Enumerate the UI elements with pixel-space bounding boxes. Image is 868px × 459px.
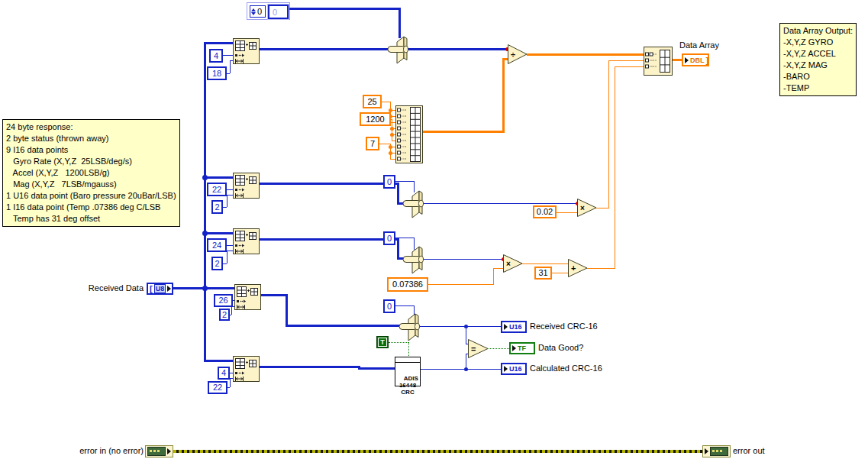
numeric-constant[interactable]: 0 [383, 299, 395, 313]
received-data-control[interactable]: [ U8 [147, 283, 173, 295]
array-subset-icon[interactable] [233, 173, 260, 199]
numeric-constant[interactable]: 0 [383, 231, 395, 245]
data-array-indicator[interactable]: DBL ] [682, 53, 709, 66]
numeric-constant[interactable]: 18 [207, 66, 227, 80]
wire-segment[interactable] [395, 181, 415, 182]
numeric-constant[interactable]: 0 [383, 175, 395, 189]
wire-segment[interactable] [227, 251, 233, 251]
numeric-constant[interactable]: 2 [219, 309, 230, 321]
numeric-constant[interactable]: 2 [211, 200, 223, 214]
wire-segment[interactable] [230, 378, 231, 387]
wire-segment[interactable] [260, 294, 288, 296]
data-good-indicator[interactable]: TF [509, 342, 535, 354]
wire-segment[interactable] [204, 287, 235, 289]
array-subset-icon[interactable] [233, 38, 260, 64]
wire-segment[interactable] [422, 259, 503, 260]
array-subset-icon[interactable] [233, 228, 260, 254]
numeric-constant[interactable]: 24 [207, 238, 227, 252]
numeric-constant[interactable]: 31 [534, 267, 552, 280]
wire-segment[interactable] [395, 238, 415, 238]
wire-segment[interactable] [608, 60, 644, 61]
build-array-icon[interactable] [395, 105, 423, 163]
type-cast-icon[interactable] [402, 244, 428, 275]
wire-segment[interactable] [522, 263, 568, 264]
wire-segment[interactable] [260, 48, 388, 50]
output-note-label[interactable]: Data Array Output: -X,Y,Z GYRO -X,Y,Z AC… [779, 23, 857, 96]
array-subset-icon[interactable] [233, 356, 260, 382]
wire-segment[interactable] [422, 203, 577, 204]
wire-segment[interactable] [358, 367, 396, 370]
wire-segment[interactable] [286, 325, 400, 327]
wire-segment[interactable] [556, 212, 577, 213]
wire-segment[interactable] [428, 284, 494, 285]
build-array-icon[interactable] [644, 47, 673, 76]
wire-segment[interactable] [204, 360, 234, 362]
received-crc-indicator[interactable]: U16 [501, 321, 527, 333]
wire-segment[interactable] [399, 8, 401, 38]
type-cast-icon[interactable] [387, 34, 413, 65]
wire-segment[interactable] [204, 176, 234, 179]
type-cast-icon[interactable] [399, 312, 424, 342]
wire-segment[interactable] [379, 144, 391, 144]
wire-segment[interactable] [227, 387, 230, 388]
wire-segment[interactable] [552, 273, 568, 273]
wire-segment[interactable] [227, 195, 233, 196]
true-constant[interactable]: T [376, 336, 389, 348]
wire-segment[interactable] [596, 208, 609, 208]
divide-icon[interactable]: ÷ [508, 44, 528, 64]
wire-segment[interactable] [289, 8, 401, 10]
array-index-spinner[interactable]: 0 [250, 5, 266, 18]
wire-segment[interactable] [226, 245, 233, 246]
wire-segment[interactable] [421, 369, 501, 370]
wire-segment[interactable] [489, 348, 509, 349]
multiply-icon[interactable]: × [503, 254, 523, 273]
crc-subvi[interactable]: ADIS 16448 CRC [395, 357, 421, 386]
wire-segment[interactable] [397, 183, 399, 205]
wire-segment[interactable] [395, 305, 415, 306]
wire-segment[interactable] [493, 268, 494, 285]
type-cast-icon[interactable] [402, 189, 428, 219]
wire-segment[interactable] [260, 238, 399, 241]
wire-segment[interactable] [204, 42, 206, 361]
wire-segment[interactable] [527, 53, 644, 56]
wire-segment[interactable] [204, 42, 234, 44]
numeric-constant[interactable]: 1200 [360, 112, 391, 126]
response-note-label[interactable]: 24 byte response: 2 byte status (thrown … [2, 119, 180, 227]
error-wire[interactable] [173, 450, 702, 453]
wire-segment[interactable] [406, 48, 508, 50]
error-out-indicator[interactable] [702, 445, 731, 457]
wire-segment[interactable] [608, 60, 609, 208]
wire-segment[interactable] [230, 60, 231, 73]
add-icon[interactable]: + [568, 259, 588, 277]
array-subset-icon[interactable] [234, 284, 261, 310]
numeric-constant[interactable]: 0.02 [533, 205, 557, 218]
error-in-control[interactable] [145, 445, 173, 457]
wire-segment[interactable] [587, 268, 615, 269]
wire-segment[interactable] [227, 195, 227, 207]
wire-segment[interactable] [231, 306, 232, 315]
wire-segment[interactable] [230, 315, 231, 315]
numeric-constant[interactable]: 7 [366, 137, 379, 150]
numeric-constant[interactable]: 26 [214, 294, 233, 307]
multiply-icon[interactable]: × [577, 199, 597, 217]
wire-segment[interactable] [260, 183, 399, 185]
wire-segment[interactable] [408, 342, 409, 357]
i16-array-type-constant[interactable]: 0 0 [247, 2, 290, 20]
wire-segment[interactable] [173, 287, 205, 289]
wire-segment[interactable] [222, 55, 233, 56]
wire-segment[interactable] [466, 354, 466, 369]
wire-segment[interactable] [493, 268, 503, 269]
wire-segment[interactable] [615, 66, 644, 67]
wire-segment[interactable] [227, 251, 227, 263]
numeric-constant[interactable]: 25 [363, 95, 382, 108]
numeric-constant[interactable]: 4 [218, 367, 230, 380]
wire-segment[interactable] [397, 238, 399, 260]
numeric-constant[interactable]: 22 [208, 381, 227, 394]
wire-segment[interactable] [389, 342, 408, 343]
numeric-constant[interactable]: 22 [207, 183, 227, 196]
numeric-constant[interactable]: 0.07386 [387, 277, 428, 292]
wire-segment[interactable] [260, 366, 360, 368]
spinner-arrows-icon[interactable] [251, 8, 256, 15]
wire-segment[interactable] [204, 232, 234, 234]
wire-segment[interactable] [226, 189, 233, 190]
